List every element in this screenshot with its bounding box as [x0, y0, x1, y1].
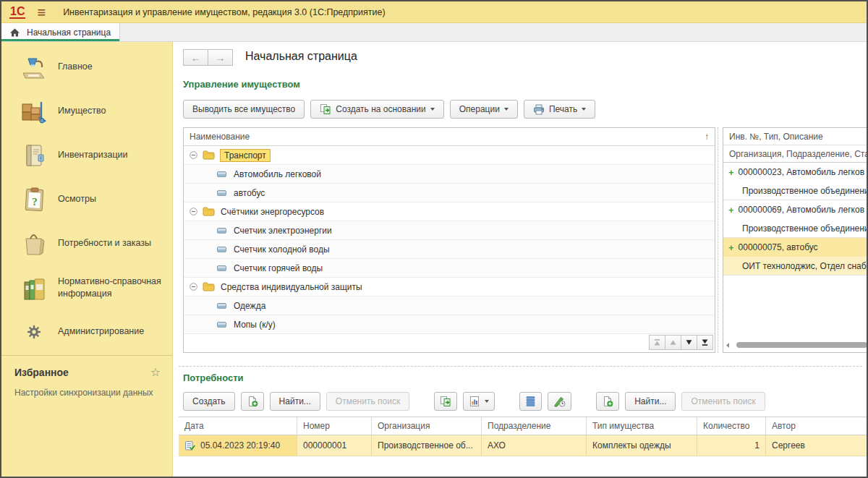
- pen-clock-icon: [553, 396, 566, 407]
- doc-plus-icon: [247, 396, 258, 407]
- dash-icon: [217, 303, 226, 309]
- property-tree-panel: Наименование ↑ ТранспортАвтомобиль легко…: [183, 127, 715, 353]
- tab-label: Начальная страница: [27, 27, 111, 38]
- property-detail-panel: Инв. №, Тип, Описание Организация, Подра…: [723, 127, 867, 353]
- forward-button[interactable]: →: [208, 49, 233, 66]
- dropdown-caret-icon: [430, 108, 435, 111]
- create-button[interactable]: Создать: [183, 392, 235, 411]
- sidebar-item-inventories[interactable]: Инвентаризации: [1, 133, 172, 177]
- tree-row[interactable]: Одежда: [184, 296, 715, 315]
- lamp-icon: [20, 55, 48, 80]
- button-label: Выводить все имущество: [192, 104, 295, 114]
- panel-splitter[interactable]: [718, 127, 718, 353]
- dash-icon: [217, 190, 226, 196]
- column-header-7[interactable]: Автор: [766, 417, 867, 435]
- back-button[interactable]: ←: [183, 49, 208, 66]
- tree-item-label: автобус: [234, 188, 265, 198]
- sidebar-item-reference-info[interactable]: Нормативно-справочная информация: [1, 265, 172, 310]
- operations-button[interactable]: Операции: [450, 100, 518, 119]
- detail-row[interactable]: +000000069, Автомобиль легковПроизводств…: [723, 200, 867, 238]
- sidebar-item-inspections[interactable]: ?Осмотры: [1, 177, 172, 221]
- active-tab-indicator: [1, 39, 119, 41]
- show-all-property-button[interactable]: Выводить все имущество: [183, 100, 305, 119]
- plus-icon: +: [728, 167, 734, 178]
- sidebar-item-needs-orders[interactable]: Потребности и заказы: [1, 221, 172, 265]
- go-last-button[interactable]: [697, 335, 713, 350]
- print-button[interactable]: Печать: [524, 100, 595, 119]
- detail-row[interactable]: +000000075, автобусОИТ технолоджис, Отде…: [723, 238, 867, 276]
- tree-group-label: Средства индивидуальной защиты: [221, 282, 362, 292]
- detail-header-line2[interactable]: Организация, Подразделение, Стат: [723, 145, 867, 163]
- tree-group-label: Транспорт: [220, 149, 271, 162]
- tree-group-label: Счётчики энергоресурсов: [221, 207, 324, 217]
- list-settings-icon-button[interactable]: [519, 392, 542, 411]
- tree-row[interactable]: Мопы (к/у): [184, 315, 715, 334]
- scrollbar-thumb[interactable]: [736, 342, 867, 348]
- detail-row[interactable]: +000000023, Автомобиль легковПроизводств…: [723, 163, 867, 200]
- create-based-on-icon-button[interactable]: [434, 392, 457, 411]
- tree-row[interactable]: Средства индивидуальной защиты: [184, 278, 715, 296]
- create-order-icon-button[interactable]: [596, 392, 619, 411]
- column-header-4[interactable]: Подразделение: [482, 417, 587, 435]
- reports-icon-button[interactable]: [463, 392, 495, 411]
- tree-item-label: Счетчик холодной воды: [234, 244, 330, 255]
- tree-row[interactable]: Транспорт: [184, 146, 715, 165]
- column-header-6[interactable]: Количество: [697, 417, 766, 435]
- detail-row-line1: 000000023, Автомобиль легков: [739, 167, 864, 177]
- needs-table-row[interactable]: 05.04.2023 20:19:40000000001Производстве…: [179, 435, 867, 456]
- scroll-left-icon[interactable]: [725, 342, 731, 349]
- dropdown-caret-icon: [582, 108, 586, 111]
- sidebar-item-home[interactable]: Главное: [1, 45, 172, 89]
- dropdown-caret-icon: [504, 108, 509, 111]
- create-based-on-button[interactable]: Создать на основании: [310, 100, 444, 119]
- detail-header-line1[interactable]: Инв. №, Тип, Описание: [723, 128, 867, 145]
- tree-row[interactable]: Счётчики энергоресурсов: [184, 202, 715, 221]
- gear-icon: [27, 325, 41, 339]
- go-next-button[interactable]: [681, 335, 697, 350]
- cell-quantity: 1: [697, 435, 766, 456]
- plus-icon: +: [728, 205, 734, 215]
- main-menu-icon[interactable]: ≡: [37, 5, 46, 20]
- dash-icon: [217, 322, 226, 328]
- cancel-search2-button: Отменить поиск: [681, 392, 765, 411]
- sidebar-item-label: Осмотры: [58, 193, 163, 205]
- minus-expander-icon[interactable]: [190, 151, 197, 159]
- favorites-title: Избранное: [14, 367, 69, 378]
- tree-item-label: Счетчик электроэнергии: [234, 226, 332, 236]
- cell-department: АХО: [482, 435, 587, 456]
- tree-row[interactable]: Счетчик электроэнергии: [184, 221, 715, 240]
- favorites-item[interactable]: Настройки синхронизации данных: [14, 388, 161, 398]
- clipboard-icon: ?: [22, 187, 46, 213]
- tree-item-label: Одежда: [234, 301, 265, 311]
- find2-button[interactable]: Найти...: [625, 392, 676, 411]
- window-title: Инвентаризация и управление имуществом, …: [63, 7, 386, 17]
- tree-row[interactable]: Автомобиль легковой: [184, 165, 715, 184]
- history-nav: ← →: [183, 49, 233, 66]
- go-first-button: [649, 335, 665, 350]
- tree-row[interactable]: Счетчик холодной воды: [184, 240, 715, 259]
- property-section-heading: Управление имуществом: [183, 79, 300, 90]
- sidebar-item-label: Нормативно-справочная информация: [58, 276, 163, 299]
- column-header-2[interactable]: Номер: [297, 417, 372, 435]
- sidebar-item-administration[interactable]: Администрирование: [1, 310, 172, 354]
- column-header-1[interactable]: Дата: [179, 417, 297, 435]
- binders-icon: [22, 276, 46, 300]
- minus-expander-icon[interactable]: [190, 283, 197, 291]
- minus-expander-icon[interactable]: [190, 208, 197, 215]
- main-content: ← → Начальная страница Управление имущес…: [173, 42, 867, 477]
- create-new-icon-button[interactable]: [241, 392, 264, 411]
- tab-home-page[interactable]: Начальная страница: [1, 23, 120, 41]
- dash-icon: [217, 247, 226, 252]
- edit-schedule-icon-button[interactable]: [548, 392, 571, 411]
- sidebar-item-property[interactable]: Имущество: [1, 89, 172, 133]
- report-icon: [469, 396, 480, 407]
- title-bar: 1С ≡ Инвентаризация и управление имущест…: [1, 1, 867, 22]
- svg-text:?: ?: [32, 196, 38, 208]
- column-header-3[interactable]: Организация: [372, 417, 482, 435]
- tree-row[interactable]: Счетчик горячей воды: [184, 259, 715, 278]
- tree-row[interactable]: автобус: [184, 184, 715, 202]
- find-button[interactable]: Найти...: [270, 392, 320, 411]
- star-icon[interactable]: ☆: [150, 365, 161, 379]
- column-header-5[interactable]: Тип имущества: [587, 417, 697, 435]
- tree-column-header[interactable]: Наименование ↑: [184, 128, 715, 146]
